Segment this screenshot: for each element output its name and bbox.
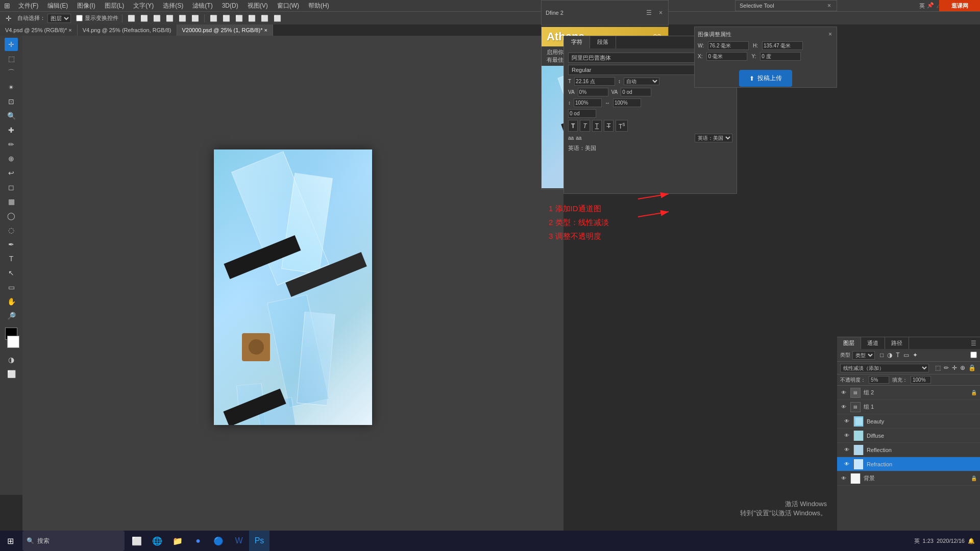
taskbar-word-btn[interactable]: W — [229, 531, 249, 551]
scale-h-input[interactable] — [613, 98, 641, 107]
y-input[interactable] — [760, 52, 801, 61]
font-size-input[interactable] — [574, 77, 615, 86]
taskbar-search-btn[interactable]: 🔍 搜索 — [22, 531, 125, 551]
align-right-btn[interactable]: ⬜ — [152, 14, 162, 22]
superscript-btn[interactable]: Ts — [616, 120, 628, 132]
filter-smart-btn[interactable]: ✦ — [912, 350, 919, 360]
tab-v4png[interactable]: V4.png @ 25% (Refraction, RGB/8) — [78, 24, 177, 36]
blend-mode-select[interactable]: 线性减淡（添加） — [840, 364, 929, 372]
tab-paragraph[interactable]: 段落 — [590, 36, 616, 48]
filter-shape-btn[interactable]: ▭ — [902, 350, 910, 360]
menu-window[interactable]: 窗口(W) — [273, 1, 303, 11]
filter-type-select[interactable]: 类型 — [852, 351, 875, 360]
lasso-tool[interactable]: ⌒ — [5, 66, 18, 80]
layer-item-group2[interactable]: 👁 ▤ 组 2 🔒 — [837, 386, 980, 400]
dline-menu-btn[interactable]: ☰ — [645, 9, 653, 17]
selective-close-btn[interactable]: × — [826, 2, 832, 10]
align-vcenter-btn[interactable]: ⬜ — [177, 14, 188, 22]
screen-mode-btn[interactable]: ⬜ — [5, 367, 18, 381]
hand-tool[interactable]: ✋ — [5, 295, 18, 308]
lock-transparent-btn[interactable]: ⬚ — [934, 363, 942, 372]
tracking-input[interactable] — [621, 88, 651, 96]
shape-tool[interactable]: ▭ — [5, 281, 18, 294]
taskbar-ps-btn[interactable]: Ps — [249, 531, 270, 551]
dodge-tool[interactable]: ◌ — [5, 223, 18, 237]
background-color[interactable] — [7, 336, 19, 348]
taskbar-chrome-btn[interactable]: ● — [188, 531, 208, 551]
layer-eye-beauty[interactable]: 👁 — [843, 418, 850, 425]
eyedropper-tool[interactable]: 🔍 — [5, 109, 18, 122]
dist-l-btn[interactable]: ⬜ — [234, 14, 244, 22]
blur-tool[interactable]: ◯ — [5, 209, 18, 222]
filter-text-btn[interactable]: T — [895, 350, 900, 360]
menu-text[interactable]: 文字(Y) — [129, 1, 158, 11]
pen-tool[interactable]: ✒ — [5, 238, 18, 251]
layer-item-diffuse[interactable]: 👁 Diffuse — [837, 429, 980, 443]
filter-pixel-btn[interactable]: □ — [879, 350, 885, 360]
layer-item-beauty[interactable]: 👁 Beauty — [837, 414, 980, 429]
layer-item-background[interactable]: 👁 背景 🔒 — [837, 471, 980, 486]
zoom-tool[interactable]: 🔎 — [5, 309, 18, 322]
selection-tool[interactable]: ⬚ — [5, 52, 18, 65]
dist-t-btn[interactable]: ⬜ — [259, 14, 270, 22]
layer-item-reflection[interactable]: 👁 Reflection — [837, 443, 980, 457]
eraser-tool[interactable]: ◻ — [5, 181, 18, 194]
lock-all-btn[interactable]: 🔒 — [967, 363, 977, 372]
dline-close-btn[interactable]: × — [657, 9, 664, 17]
gradient-tool[interactable]: ▦ — [5, 195, 18, 208]
taskbar-notification[interactable]: 🔔 — [968, 538, 975, 544]
lock-move-btn[interactable]: ✛ — [951, 363, 958, 372]
menu-filter[interactable]: 滤镜(T) — [188, 1, 216, 11]
tab-v4psd[interactable]: V4.psd @ 25% (RGB/8)* × — [0, 24, 78, 36]
menu-3d[interactable]: 3D(D) — [218, 1, 242, 10]
bold-btn[interactable]: T — [568, 120, 578, 132]
align-bottom-btn[interactable]: ⬜ — [190, 14, 201, 22]
align-center-btn[interactable]: ⬜ — [139, 14, 150, 22]
opacity-input[interactable] — [869, 376, 889, 384]
tab-paths[interactable]: 路径 — [885, 337, 909, 349]
tab-layers[interactable]: 图层 — [837, 337, 861, 349]
strikethrough-btn[interactable]: T̶ — [604, 120, 614, 132]
layer-item-group1[interactable]: 👁 ▤ 组 1 — [837, 400, 980, 414]
menu-help[interactable]: 帮助(H) — [304, 1, 333, 11]
italic-btn[interactable]: T — [580, 120, 590, 132]
taskbar-start-btn[interactable]: ⊞ — [0, 531, 20, 551]
lock-paint-btn[interactable]: ✏ — [943, 363, 950, 372]
heal-tool[interactable]: ✚ — [5, 123, 18, 137]
layer-eye-reflection[interactable]: 👁 — [843, 446, 850, 454]
taskbar-task-view-btn[interactable]: ⬜ — [127, 531, 147, 551]
language-select[interactable]: 英语：美国 — [695, 134, 732, 142]
move-tool[interactable]: ✛ — [5, 38, 18, 51]
history-tool[interactable]: ↩ — [5, 166, 18, 180]
layer-eye-group2[interactable]: 👁 — [840, 389, 847, 396]
brush-tool[interactable]: ✏ — [5, 138, 18, 151]
dist-r-btn[interactable]: ⬜ — [247, 14, 257, 22]
height-input[interactable] — [762, 41, 803, 50]
fill-input[interactable] — [911, 376, 931, 384]
magic-wand-tool[interactable]: ✴ — [5, 81, 18, 94]
img-props-close[interactable]: × — [827, 30, 834, 38]
tab-channels[interactable]: 通道 — [861, 337, 885, 349]
stamp-tool[interactable]: ⊕ — [5, 152, 18, 165]
underline-btn[interactable]: T — [592, 120, 602, 132]
type-tool[interactable]: T — [5, 252, 18, 265]
path-select-tool[interactable]: ↖ — [5, 266, 18, 280]
leading-select[interactable]: 自动 — [624, 78, 659, 85]
move-tool-btn[interactable]: ✛ — [2, 12, 15, 25]
width-input[interactable] — [708, 41, 749, 50]
align-top-btn[interactable]: ⬜ — [164, 14, 175, 22]
menu-layer[interactable]: 图层(L) — [101, 1, 129, 11]
upload-button[interactable]: ⬆ 投稿上传 — [739, 70, 792, 87]
filter-adjust-btn[interactable]: ◑ — [886, 350, 893, 360]
taskbar-explorer-btn[interactable]: 📁 — [167, 531, 188, 551]
layer-eye-group1[interactable]: 👁 — [840, 404, 847, 411]
layers-menu-btn[interactable]: ☰ — [969, 339, 978, 347]
transform-checkbox[interactable] — [76, 15, 83, 21]
dist-b-btn[interactable]: ⬜ — [272, 14, 283, 22]
auto-select-mode[interactable]: 图层 — [47, 14, 71, 23]
layer-eye-diffuse[interactable]: 👁 — [843, 432, 850, 439]
taskbar-edge-btn[interactable]: 🌐 — [147, 531, 167, 551]
scale-v-input[interactable] — [574, 98, 602, 107]
layer-eye-refraction[interactable]: 👁 — [843, 461, 850, 468]
menu-view[interactable]: 视图(V) — [243, 1, 272, 11]
